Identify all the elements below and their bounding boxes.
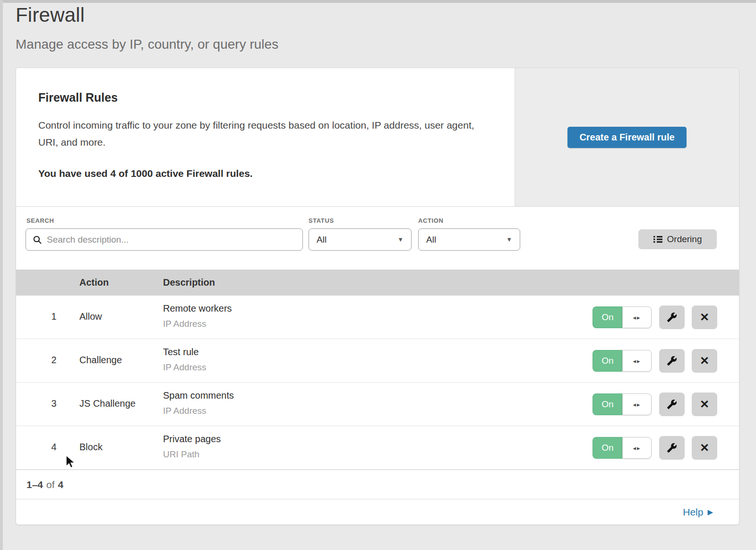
- rule-criteria: IP Address: [163, 362, 206, 373]
- rule-enabled-toggle[interactable]: On ◂▸: [593, 306, 652, 328]
- edit-rule-button[interactable]: [659, 436, 685, 460]
- wrench-icon: [667, 443, 677, 453]
- intro-action-panel: Create a Firewall rule: [515, 68, 739, 206]
- rule-action: Allow: [79, 311, 102, 322]
- status-selected-value: All: [317, 235, 326, 245]
- toggle-on-label: On: [593, 437, 622, 459]
- table-row: 1 Allow Remote workers IP Address On ◂▸ …: [16, 296, 739, 339]
- rules-table-body: 1 Allow Remote workers IP Address On ◂▸ …: [16, 296, 739, 470]
- ordering-button-label: Ordering: [667, 234, 702, 244]
- table-row: 3 JS Challenge Spam comments IP Address …: [16, 383, 739, 426]
- card-footer: Help ▶: [16, 499, 739, 524]
- search-label: SEARCH: [26, 217, 54, 224]
- wrench-icon: [667, 399, 677, 410]
- window-edge-left: [0, 0, 3, 550]
- page-title: Firewall: [16, 4, 278, 26]
- rule-description: Private pages: [163, 434, 221, 445]
- window-edge-top: [0, 0, 756, 3]
- rule-criteria: IP Address: [163, 406, 206, 416]
- edit-rule-button[interactable]: [659, 393, 685, 416]
- page-subtitle: Manage access by IP, country, or query r…: [16, 37, 278, 52]
- rule-action: Challenge: [79, 355, 122, 366]
- delete-rule-button[interactable]: ✕: [692, 436, 717, 460]
- pagination-range: 1–4: [26, 479, 43, 490]
- action-select[interactable]: All ▼: [418, 228, 520, 251]
- action-label: ACTION: [418, 217, 443, 224]
- close-icon: ✕: [700, 398, 709, 411]
- chevron-down-icon: ▼: [506, 236, 512, 243]
- arrow-right-icon: ▶: [707, 508, 713, 516]
- pagination-of-label: of: [46, 479, 55, 490]
- ordering-button[interactable]: Ordering: [638, 229, 717, 249]
- rule-priority: 1: [44, 311, 63, 322]
- rule-action: JS Challenge: [79, 398, 136, 409]
- rule-criteria: IP Address: [163, 319, 206, 329]
- close-icon: ✕: [700, 354, 709, 367]
- rule-enabled-toggle[interactable]: On ◂▸: [593, 350, 652, 372]
- toggle-on-label: On: [593, 393, 622, 415]
- table-row: 4 Block Private pages URI Path On ◂▸ ✕: [16, 426, 739, 470]
- rules-usage-note: You have used 4 of 1000 active Firewall …: [38, 168, 486, 179]
- toggle-drag-handle[interactable]: ◂▸: [622, 393, 652, 415]
- wrench-icon: [667, 356, 677, 366]
- column-header-action: Action: [79, 277, 109, 288]
- delete-rule-button[interactable]: ✕: [692, 349, 717, 373]
- delete-rule-button[interactable]: ✕: [692, 306, 717, 329]
- toggle-on-label: On: [593, 350, 622, 372]
- rule-action: Block: [79, 442, 103, 453]
- help-link-label: Help: [683, 506, 703, 518]
- search-input[interactable]: [47, 235, 296, 245]
- close-icon: ✕: [700, 441, 709, 454]
- pagination-status: 1–4 of 4: [16, 470, 739, 499]
- table-header: Action Description: [16, 270, 739, 296]
- toggle-on-label: On: [593, 306, 622, 328]
- search-icon: [33, 235, 42, 244]
- create-firewall-rule-button[interactable]: Create a Firewall rule: [567, 127, 686, 148]
- table-row: 2 Challenge Test rule IP Address On ◂▸ ✕: [16, 339, 739, 383]
- search-box[interactable]: [26, 228, 303, 251]
- status-select[interactable]: All ▼: [309, 228, 412, 251]
- rule-description: Test rule: [163, 347, 199, 358]
- rule-priority: 3: [44, 398, 63, 409]
- ordered-list-icon: [653, 236, 662, 243]
- wrench-icon: [667, 312, 677, 323]
- chevron-down-icon: ▼: [397, 236, 404, 243]
- rule-priority: 2: [44, 355, 63, 366]
- pagination-total: 4: [58, 479, 64, 490]
- action-selected-value: All: [426, 235, 436, 245]
- firewall-rules-intro-card: Firewall Rules Control incoming traffic …: [16, 68, 739, 207]
- intro-heading: Firewall Rules: [38, 91, 486, 105]
- rule-description: Spam comments: [163, 390, 234, 401]
- edit-rule-button[interactable]: [659, 306, 685, 329]
- help-link[interactable]: Help ▶: [683, 506, 713, 518]
- toggle-drag-handle[interactable]: ◂▸: [622, 306, 652, 328]
- intro-description: Control incoming traffic to your zone by…: [38, 117, 486, 151]
- toggle-drag-handle[interactable]: ◂▸: [622, 350, 652, 372]
- rules-list-card: SEARCH STATUS All ▼ ACTION All ▼ Orderin…: [16, 207, 739, 525]
- edit-rule-button[interactable]: [659, 349, 685, 373]
- status-label: STATUS: [309, 217, 334, 224]
- close-icon: ✕: [700, 311, 709, 324]
- rule-priority: 4: [44, 442, 63, 453]
- column-header-description: Description: [163, 277, 215, 288]
- rule-enabled-toggle[interactable]: On ◂▸: [593, 393, 652, 415]
- page-header: Firewall Manage access by IP, country, o…: [16, 4, 278, 52]
- rule-enabled-toggle[interactable]: On ◂▸: [593, 437, 652, 459]
- rule-description: Remote workers: [163, 303, 232, 314]
- intro-text-block: Firewall Rules Control incoming traffic …: [16, 68, 515, 206]
- delete-rule-button[interactable]: ✕: [692, 393, 717, 416]
- toggle-drag-handle[interactable]: ◂▸: [622, 437, 652, 459]
- rule-criteria: URI Path: [163, 449, 199, 460]
